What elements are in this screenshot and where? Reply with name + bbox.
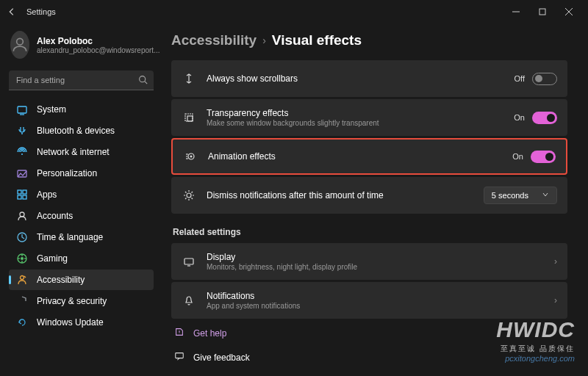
svg-rect-44 xyxy=(176,353,184,358)
sidebar-item-windows-update[interactable]: Windows Update xyxy=(9,312,154,333)
svg-line-6 xyxy=(145,81,147,83)
profile[interactable]: Alex Poloboc alexandru_poloboc@windowsre… xyxy=(9,26,154,68)
nav-label: System xyxy=(37,104,66,115)
sidebar-item-gaming[interactable]: Gaming xyxy=(9,248,154,269)
nav-list: SystemBluetooth & devicesNetwork & inter… xyxy=(9,99,154,333)
nav-icon xyxy=(16,125,28,137)
nav-icon xyxy=(16,317,28,328)
nav-icon xyxy=(16,210,28,222)
nav-label: Windows Update xyxy=(37,317,104,328)
chevron-right-icon: › xyxy=(554,295,557,306)
svg-point-16 xyxy=(20,212,24,217)
related-link-display[interactable]: DisplayMonitors, brightness, night light… xyxy=(171,243,567,280)
help-icon xyxy=(174,327,184,339)
toggle-state: Off xyxy=(514,74,525,83)
setting-icon xyxy=(182,110,196,125)
svg-rect-14 xyxy=(18,195,21,199)
setting-row-animation-effects: Animation effectsOn xyxy=(171,138,567,175)
nav-label: Bluetooth & devices xyxy=(37,126,115,136)
setting-title: Animation effects xyxy=(208,151,512,162)
profile-email: alexandru_poloboc@windowsreport... xyxy=(37,46,159,54)
search-icon xyxy=(138,75,148,87)
setting-icon xyxy=(183,149,198,164)
nav-icon xyxy=(16,295,28,307)
nav-label: Gaming xyxy=(37,253,68,264)
svg-rect-7 xyxy=(18,106,26,113)
dropdown[interactable]: 5 seconds xyxy=(484,187,557,204)
search-input[interactable] xyxy=(9,70,154,90)
sidebar-item-accounts[interactable]: Accounts xyxy=(9,206,154,226)
svg-rect-26 xyxy=(185,114,193,121)
related-icon xyxy=(182,254,196,269)
svg-point-4 xyxy=(17,38,24,45)
svg-point-24 xyxy=(21,276,24,280)
sidebar: Alex Poloboc alexandru_poloboc@windowsre… xyxy=(0,24,158,376)
setting-row-always-show-scrollbars: Always show scrollbarsOff xyxy=(171,60,567,97)
nav-icon xyxy=(16,146,28,158)
svg-rect-1 xyxy=(539,9,545,15)
sidebar-item-personalization[interactable]: Personalization xyxy=(9,163,154,184)
svg-point-33 xyxy=(187,193,191,198)
nav-icon xyxy=(16,104,28,115)
setting-title: Dismiss notifications after this amount … xyxy=(207,190,484,200)
svg-line-38 xyxy=(185,192,187,193)
svg-rect-12 xyxy=(18,190,21,194)
svg-rect-42 xyxy=(184,258,193,264)
window-title: Settings xyxy=(26,7,56,16)
maximize-button[interactable] xyxy=(529,1,556,22)
sidebar-item-network-internet[interactable]: Network & internet xyxy=(9,142,154,162)
get-help-link[interactable]: Get help xyxy=(171,321,567,345)
nav-label: Accessibility xyxy=(37,275,85,285)
setting-subtitle: Make some window backgrounds slightly tr… xyxy=(207,119,514,127)
toggle-state: On xyxy=(512,152,523,161)
page-title: Visual effects xyxy=(272,32,362,48)
close-button[interactable] xyxy=(556,1,582,22)
toggle[interactable] xyxy=(531,151,556,163)
feedback-icon xyxy=(174,351,184,364)
sidebar-item-privacy-security[interactable]: Privacy & security xyxy=(9,291,154,311)
svg-point-5 xyxy=(140,76,146,82)
setting-icon xyxy=(182,188,196,203)
svg-line-41 xyxy=(192,192,193,193)
svg-point-9 xyxy=(21,133,23,134)
setting-row-dismiss-notifications-after-this-amount-of-time: Dismiss notifications after this amount … xyxy=(171,177,567,214)
back-button[interactable] xyxy=(6,6,18,18)
content: Accessibility › Visual effects Always sh… xyxy=(158,24,588,376)
chevron-right-icon: › xyxy=(554,256,557,267)
nav-label: Accounts xyxy=(37,211,73,221)
toggle[interactable] xyxy=(532,112,557,124)
give-feedback-link[interactable]: Give feedback xyxy=(171,345,567,369)
sidebar-item-apps[interactable]: Apps xyxy=(9,184,154,205)
nav-label: Privacy & security xyxy=(37,296,107,306)
sidebar-item-bluetooth-devices[interactable]: Bluetooth & devices xyxy=(9,120,154,141)
svg-rect-13 xyxy=(23,190,26,194)
svg-rect-27 xyxy=(187,116,193,121)
breadcrumb-parent[interactable]: Accessibility xyxy=(171,32,257,48)
sidebar-item-system[interactable]: System xyxy=(9,99,154,120)
related-link-notifications[interactable]: NotificationsApp and system notification… xyxy=(171,282,567,319)
svg-rect-15 xyxy=(23,195,26,199)
minimize-button[interactable] xyxy=(503,1,529,22)
nav-icon xyxy=(16,167,28,179)
setting-title: Always show scrollbars xyxy=(207,73,514,84)
profile-name: Alex Poloboc xyxy=(37,36,159,46)
setting-icon xyxy=(182,71,196,86)
setting-title: Transparency effects xyxy=(207,108,514,118)
svg-point-29 xyxy=(190,156,193,158)
search-box[interactable] xyxy=(9,70,154,90)
chevron-down-icon xyxy=(542,191,549,200)
avatar xyxy=(10,31,29,59)
toggle-state: On xyxy=(514,113,525,122)
toggle[interactable] xyxy=(532,73,557,85)
breadcrumb: Accessibility › Visual effects xyxy=(171,32,567,48)
setting-row-transparency-effects: Transparency effectsMake some window bac… xyxy=(171,99,567,136)
sidebar-item-accessibility[interactable]: Accessibility xyxy=(9,270,154,290)
nav-label: Apps xyxy=(37,189,57,200)
related-icon xyxy=(182,293,196,308)
nav-label: Network & internet xyxy=(37,147,110,157)
nav-label: Personalization xyxy=(37,168,97,178)
sidebar-item-time-language[interactable]: Time & language xyxy=(9,227,154,247)
titlebar: Settings xyxy=(0,0,588,24)
svg-line-40 xyxy=(185,198,187,200)
nav-icon xyxy=(16,189,28,200)
